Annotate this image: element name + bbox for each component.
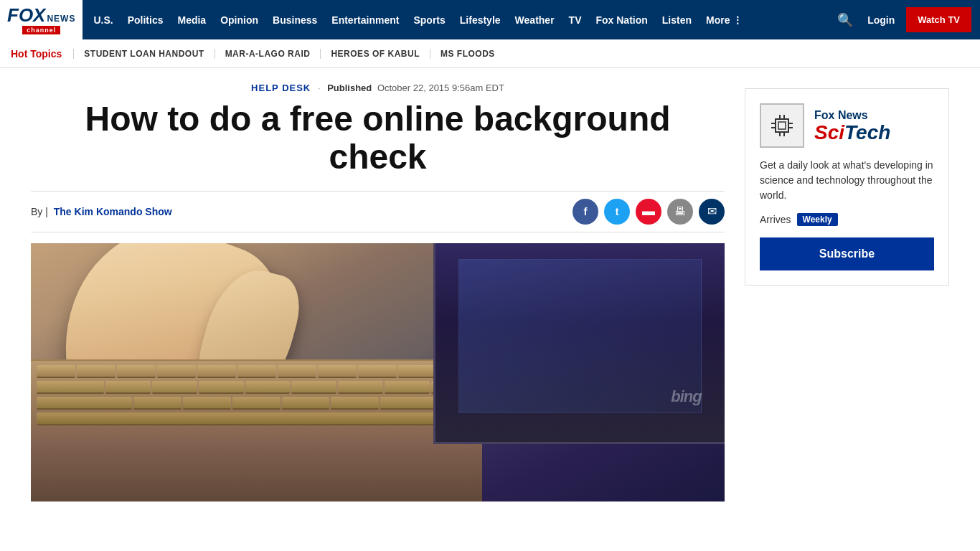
- watch-tv-button[interactable]: Watch TV: [906, 7, 971, 32]
- scitech-tech: Tech: [844, 121, 890, 143]
- arrives-label: Arrives: [760, 214, 791, 225]
- bing-logo: bing: [671, 387, 701, 406]
- scitech-card: Fox News SciTech Get a daily look at wha…: [745, 88, 949, 286]
- logo[interactable]: FOX NEWS channel: [0, 0, 83, 39]
- article-wrapper: HELP DESK · Published October 22, 2015 9…: [17, 68, 963, 501]
- scitech-sci-tech-label: SciTech: [814, 123, 890, 143]
- nav-link-media[interactable]: Media: [170, 10, 213, 30]
- article-title: How to do a free online background check: [31, 100, 725, 176]
- logo-channel: channel: [22, 26, 60, 34]
- byline-prefix: By |: [31, 206, 48, 217]
- nav-link-fox-nation[interactable]: Fox Nation: [588, 10, 654, 30]
- top-nav: FOX NEWS channel U.S. Politics Media Opi…: [0, 0, 980, 39]
- scitech-sci: Sci: [814, 121, 844, 143]
- share-buttons: f t ▬ 🖶 ✉: [573, 199, 725, 225]
- hot-topic-ms-floods[interactable]: MS FLOODS: [430, 49, 505, 59]
- nav-link-opinion[interactable]: Opinion: [213, 10, 265, 30]
- svg-rect-0: [776, 119, 788, 132]
- nav-link-more[interactable]: More ⋮: [699, 10, 750, 30]
- arrives-row: Arrives Weekly: [760, 213, 934, 226]
- search-icon[interactable]: 🔍: [834, 9, 856, 31]
- circuit-icon: [768, 112, 796, 139]
- nav-link-us[interactable]: U.S.: [86, 10, 120, 30]
- share-print-button[interactable]: 🖶: [667, 199, 693, 225]
- logo-fox: FOX: [7, 6, 45, 24]
- article-image: bing: [31, 243, 725, 501]
- article-main: HELP DESK · Published October 22, 2015 9…: [31, 83, 725, 501]
- hot-topic-student-loan[interactable]: STUDENT LOAN HANDOUT: [73, 49, 215, 59]
- nav-link-politics[interactable]: Politics: [121, 10, 171, 30]
- nav-link-lifestyle[interactable]: Lifestyle: [453, 10, 508, 30]
- article-sidebar: Fox News SciTech Get a daily look at wha…: [745, 83, 949, 501]
- published-label: Published: [327, 83, 372, 93]
- nav-link-business[interactable]: Business: [265, 10, 324, 30]
- hot-topic-mar-a-lago[interactable]: MAR-A-LAGO RAID: [215, 49, 321, 59]
- svg-rect-1: [778, 122, 786, 129]
- scitech-description: Get a daily look at what's developing in…: [760, 158, 934, 203]
- author-link[interactable]: The Kim Komando Show: [54, 206, 172, 217]
- nav-link-listen[interactable]: Listen: [655, 10, 699, 30]
- hot-topic-heroes-kabul[interactable]: HEROES OF KABUL: [321, 49, 430, 59]
- nav-actions: 🔍 Login Watch TV: [826, 0, 980, 39]
- share-email-button[interactable]: ✉: [699, 199, 725, 225]
- article-byline-row: By | The Kim Komando Show f t ▬ 🖶 ✉: [31, 191, 725, 232]
- article-meta: HELP DESK · Published October 22, 2015 9…: [31, 83, 725, 93]
- login-button[interactable]: Login: [862, 11, 900, 29]
- nav-link-weather[interactable]: Weather: [508, 10, 562, 30]
- scitech-header: Fox News SciTech: [760, 103, 934, 148]
- share-flipboard-button[interactable]: ▬: [636, 199, 661, 225]
- logo-news: NEWS: [47, 14, 75, 24]
- weekly-badge: Weekly: [797, 213, 838, 226]
- nav-link-sports[interactable]: Sports: [406, 10, 452, 30]
- nav-links: U.S. Politics Media Opinion Business Ent…: [83, 0, 826, 39]
- nav-link-entertainment[interactable]: Entertainment: [324, 10, 406, 30]
- scitech-title-block: Fox News SciTech: [814, 108, 890, 142]
- share-twitter-button[interactable]: t: [604, 199, 630, 225]
- scitech-icon: [760, 103, 804, 148]
- byline-text: By | The Kim Komando Show: [31, 206, 172, 217]
- subscribe-button[interactable]: Subscribe: [760, 237, 934, 270]
- hot-topics-bar: Hot Topics STUDENT LOAN HANDOUT MAR-A-LA…: [0, 39, 980, 68]
- hot-topics-label: Hot Topics: [11, 48, 62, 60]
- article-section[interactable]: HELP DESK: [251, 83, 311, 93]
- published-date: October 22, 2015 9:56am EDT: [377, 83, 504, 93]
- meta-dot: ·: [318, 83, 321, 93]
- share-facebook-button[interactable]: f: [573, 199, 598, 225]
- nav-link-tv[interactable]: TV: [562, 10, 589, 30]
